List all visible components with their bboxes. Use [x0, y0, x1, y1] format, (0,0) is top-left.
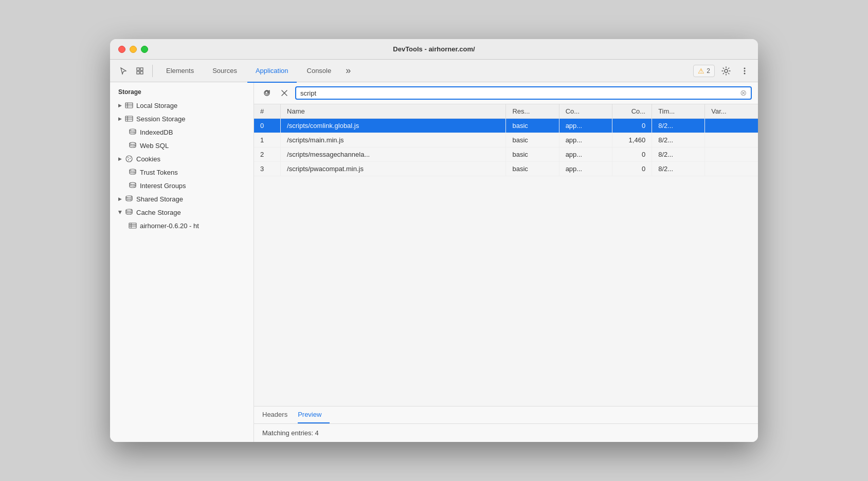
table-cell: 3: [254, 162, 281, 176]
table-cell: 0: [254, 119, 281, 133]
cookies-label: Cookies: [136, 155, 160, 163]
maximize-button[interactable]: [141, 46, 148, 53]
websql-icon: [129, 141, 137, 150]
interest-groups-icon: [129, 181, 137, 190]
svg-rect-2: [137, 71, 139, 74]
svg-point-24: [126, 196, 132, 198]
table-cell: 1: [254, 133, 281, 147]
table-cell: /scripts/comlink.global.js: [281, 119, 506, 133]
traffic-lights: [118, 46, 148, 53]
tab-elements[interactable]: Elements: [158, 60, 202, 83]
session-storage-icon: [125, 115, 133, 123]
close-button[interactable]: [118, 46, 125, 53]
table-row[interactable]: 2/scripts/messagechannela...basicapp...0…: [254, 147, 758, 162]
main-layout: Storage ▶ Local Storage ▶: [110, 82, 758, 442]
warning-badge[interactable]: ⚠ 2: [693, 65, 715, 77]
col-header-name: Name: [281, 104, 506, 119]
settings-icon[interactable]: [719, 64, 733, 78]
shared-storage-label: Shared Storage: [136, 195, 183, 203]
cursor-icon[interactable]: [116, 64, 131, 78]
sidebar-item-indexeddb[interactable]: IndexedDB: [110, 125, 254, 139]
table-cell: 8/2...: [652, 133, 705, 147]
table-row[interactable]: 1/scripts/main.min.jsbasicapp...1,4608/2…: [254, 133, 758, 147]
sidebar-item-cache-entry[interactable]: airhorner-0.6.20 - ht: [110, 219, 254, 232]
table-cell: 0: [612, 162, 652, 176]
table-cell: [705, 119, 758, 133]
minimize-button[interactable]: [130, 46, 137, 53]
tab-sources[interactable]: Sources: [204, 60, 245, 83]
sidebar-item-web-sql[interactable]: Web SQL: [110, 139, 254, 152]
expand-arrow-icon: ▶: [118, 116, 122, 121]
table-cell: [705, 147, 758, 162]
sidebar-section-storage: Storage: [110, 82, 254, 99]
svg-point-22: [130, 169, 136, 171]
toolbar-divider-1: [152, 65, 153, 77]
tab-preview[interactable]: Preview: [298, 406, 330, 423]
expand-arrow-icon: ▶: [118, 196, 122, 201]
svg-point-4: [725, 69, 728, 72]
web-sql-label: Web SQL: [140, 142, 169, 150]
table-cell: 2: [254, 147, 281, 162]
sidebar-item-session-storage[interactable]: ▶ Session Storage: [110, 112, 254, 125]
sidebar-item-interest-groups[interactable]: Interest Groups: [110, 179, 254, 192]
local-storage-icon: [125, 101, 133, 109]
sidebar-item-shared-storage[interactable]: ▶ Shared Storage: [110, 192, 254, 206]
table-cell: /scripts/main.min.js: [281, 133, 506, 147]
toolbar: Elements Sources Application Console » ⚠…: [110, 60, 758, 82]
window-title: DevTools - airhorner.com/: [393, 45, 475, 53]
table-cell: basic: [506, 119, 559, 133]
sidebar-item-cookies[interactable]: ▶ Cookies: [110, 152, 254, 165]
data-table: # Name Res... Co... Co... Tim... Var... …: [254, 104, 758, 406]
table-row[interactable]: 3/scripts/pwacompat.min.jsbasicapp...08/…: [254, 162, 758, 176]
table-cell: app...: [559, 162, 612, 176]
status-text: Matching entries: 4: [254, 424, 758, 442]
table-cell: /scripts/messagechannela...: [281, 147, 506, 162]
table-cell: 1,460: [612, 133, 652, 147]
svg-rect-3: [140, 71, 143, 74]
search-bar: ⊗: [254, 82, 758, 104]
refresh-button[interactable]: [260, 86, 274, 100]
search-input[interactable]: [300, 89, 740, 97]
table-cell: basic: [506, 162, 559, 176]
cache-storage-label: Cache Storage: [136, 209, 181, 216]
layers-icon[interactable]: [133, 64, 147, 78]
table-cell: [705, 133, 758, 147]
svg-point-7: [744, 72, 746, 74]
trust-tokens-icon: [129, 168, 137, 176]
table-cell: [705, 162, 758, 176]
session-storage-label: Session Storage: [136, 115, 185, 123]
col-header-co1: Co...: [559, 104, 612, 119]
table-cell: basic: [506, 133, 559, 147]
close-filter-button[interactable]: [278, 86, 291, 100]
search-clear-button[interactable]: ⊗: [740, 89, 747, 97]
sidebar-item-trust-tokens[interactable]: Trust Tokens: [110, 165, 254, 179]
bottom-tabs: Headers Preview: [254, 406, 758, 424]
svg-point-17: [130, 142, 136, 144]
tab-console[interactable]: Console: [299, 60, 340, 83]
table-header-row: # Name Res... Co... Co... Tim... Var...: [254, 104, 758, 119]
more-options-icon[interactable]: [737, 64, 752, 78]
expand-arrow-icon: ▶: [118, 156, 122, 161]
svg-rect-26: [129, 223, 136, 228]
table-cell: 0: [612, 119, 652, 133]
table-row[interactable]: 0/scripts/comlink.global.jsbasicapp...08…: [254, 119, 758, 133]
tab-headers[interactable]: Headers: [262, 406, 296, 423]
title-bar: DevTools - airhorner.com/: [110, 39, 758, 60]
trust-tokens-label: Trust Tokens: [140, 169, 178, 176]
sidebar-item-local-storage[interactable]: ▶ Local Storage: [110, 99, 254, 112]
warning-count: 2: [707, 67, 710, 75]
svg-point-25: [126, 209, 132, 211]
svg-point-23: [130, 182, 136, 184]
sidebar-item-cache-storage[interactable]: ▶ Cache Storage: [110, 206, 254, 219]
more-tabs-button[interactable]: »: [341, 65, 355, 76]
tab-application[interactable]: Application: [247, 60, 297, 83]
table-cell: app...: [559, 133, 612, 147]
warning-icon: ⚠: [698, 67, 704, 75]
svg-rect-12: [125, 116, 133, 121]
col-header-num: #: [254, 104, 281, 119]
indexeddb-label: IndexedDB: [140, 128, 173, 136]
svg-point-18: [126, 156, 132, 162]
table-cell: 8/2...: [652, 147, 705, 162]
svg-point-5: [744, 67, 746, 69]
cookies-icon: [125, 155, 133, 163]
